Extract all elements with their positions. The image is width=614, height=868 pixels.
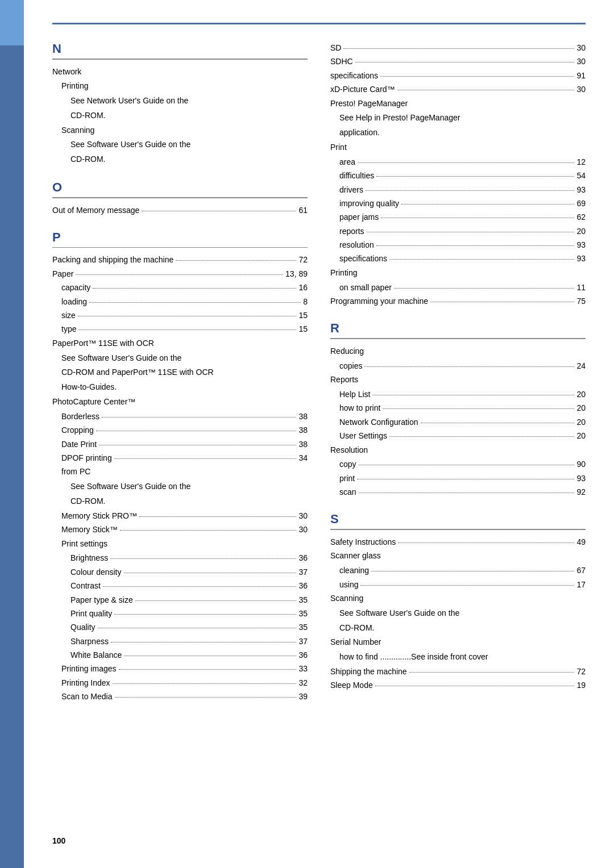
- section-letter-R: R: [330, 321, 586, 336]
- index-entry: See Network User's Guide on the: [52, 94, 308, 108]
- index-entry: Network: [52, 65, 308, 79]
- entry-page: 30: [298, 510, 308, 522]
- entry-dots: [142, 211, 296, 211]
- entry-page: 8: [303, 295, 308, 308]
- section-divider: [330, 338, 586, 339]
- entry-dots: [120, 530, 297, 531]
- entry-dots: [398, 542, 574, 543]
- entry-label: Memory Stick™: [61, 523, 118, 536]
- index-entry: See Help in Presto! PageManager: [330, 111, 586, 125]
- entry-label: type: [61, 323, 76, 335]
- entry-text: PaperPort™ 11SE with OCR: [52, 339, 154, 348]
- entry-label: Date Print: [61, 438, 97, 450]
- index-entry: loading8: [52, 295, 308, 308]
- index-entry: SDHC30: [330, 55, 586, 68]
- entry-text: How-to-Guides.: [61, 382, 117, 391]
- top-line: [52, 23, 586, 24]
- index-entry: See Software User's Guide on the: [330, 607, 586, 620]
- index-entry: Print: [330, 141, 586, 155]
- index-entry: Paper13, 89: [52, 268, 308, 280]
- entry-dots: [376, 176, 574, 177]
- index-entry: Resolution: [330, 444, 586, 457]
- entry-page: 49: [576, 536, 586, 548]
- entry-page: 30: [576, 83, 586, 95]
- index-entry: Presto! PageManager: [330, 97, 586, 111]
- entry-page: 54: [576, 169, 586, 182]
- entry-dots: [139, 516, 296, 517]
- entry-dots: [102, 417, 297, 418]
- index-entry: resolution93: [330, 239, 586, 251]
- entry-label: Out of Memory message: [52, 204, 139, 216]
- index-entry: Shipping the machine72: [330, 665, 586, 678]
- index-entry: Brightness36: [52, 552, 308, 564]
- entry-label: Printing images: [61, 662, 117, 675]
- entry-text: PhotoCapture Center™: [52, 397, 135, 406]
- entry-label: Borderless: [61, 410, 99, 423]
- page-content: NNetworkPrintingSee Network User's Guide…: [24, 0, 614, 868]
- index-entry: Borderless38: [52, 410, 308, 423]
- entry-text: See Help in Presto! PageManager: [339, 113, 460, 122]
- entry-label: Printing Index: [61, 677, 110, 689]
- entry-page: 93: [576, 183, 586, 196]
- entry-label: Cropping: [61, 424, 94, 436]
- section-letter-S: S: [330, 512, 586, 527]
- entry-label: User Settings: [339, 429, 387, 442]
- entry-dots: [76, 274, 283, 275]
- entry-dots: [376, 245, 575, 246]
- entry-label: xD-Picture Card™: [330, 83, 395, 95]
- right-column: SD30SDHC30specifications91xD-Picture Car…: [330, 41, 586, 825]
- entry-dots: [401, 204, 574, 205]
- entry-page: 15: [298, 323, 308, 335]
- entry-label: on small paper: [339, 281, 392, 294]
- index-entry: CD-ROM.: [330, 621, 586, 635]
- entry-text: Network: [52, 67, 81, 76]
- index-entry: Packing and shipping the machine72: [52, 253, 308, 266]
- index-entry: on small paper11: [330, 281, 586, 294]
- index-entry: PhotoCapture Center™: [52, 395, 308, 409]
- entry-page: 62: [576, 211, 586, 223]
- entry-label: specifications: [330, 69, 378, 82]
- index-entry: Colour density37: [52, 566, 308, 578]
- index-entry: See Software User's Guide on the: [52, 480, 308, 494]
- entry-page: 36: [298, 552, 308, 564]
- index-entry: drivers93: [330, 183, 586, 196]
- entry-label: how to print: [339, 402, 380, 414]
- entry-label: print: [339, 472, 355, 485]
- entry-page: 72: [576, 665, 586, 678]
- entry-dots: [78, 329, 296, 330]
- index-entry: Printing Index32: [52, 677, 308, 689]
- index-entry: See Software User's Guide on the: [52, 138, 308, 152]
- section-letter-P: P: [52, 230, 308, 245]
- index-entry: How-to-Guides.: [52, 381, 308, 394]
- entry-dots: [359, 493, 575, 493]
- entry-label: area: [339, 156, 355, 168]
- entry-page: 92: [576, 486, 586, 498]
- entry-label: Brightness: [70, 552, 108, 564]
- index-entry: from PC: [52, 465, 308, 479]
- entry-dots: [389, 436, 574, 437]
- entry-page: 72: [298, 253, 308, 266]
- entry-label: Programming your machine: [330, 295, 428, 307]
- entry-dots: [409, 672, 575, 673]
- index-entry: cleaning67: [330, 564, 586, 577]
- index-entry: improving quality69: [330, 197, 586, 210]
- entry-dots: [367, 232, 575, 232]
- index-entry: Printing images33: [52, 662, 308, 675]
- entry-text: Printing: [61, 81, 88, 90]
- page-footer: 100: [52, 836, 586, 845]
- entry-page: 67: [576, 564, 586, 577]
- entry-dots: [430, 302, 574, 302]
- left-sidebar: [0, 0, 24, 868]
- index-entry: Reports: [330, 373, 586, 387]
- entry-dots: [372, 395, 574, 395]
- entry-text: Printing: [330, 268, 357, 277]
- entry-dots: [397, 90, 575, 90]
- index-entry: copy90: [330, 458, 586, 470]
- index-entry: Scanning: [52, 124, 308, 137]
- entry-text: Print settings: [61, 539, 107, 548]
- index-entry: User Settings20: [330, 429, 586, 442]
- index-entry: Out of Memory message61: [52, 204, 308, 216]
- index-entry: See Software User's Guide on the: [52, 352, 308, 365]
- entry-dots: [381, 218, 574, 218]
- entry-text: CD-ROM.: [339, 623, 374, 632]
